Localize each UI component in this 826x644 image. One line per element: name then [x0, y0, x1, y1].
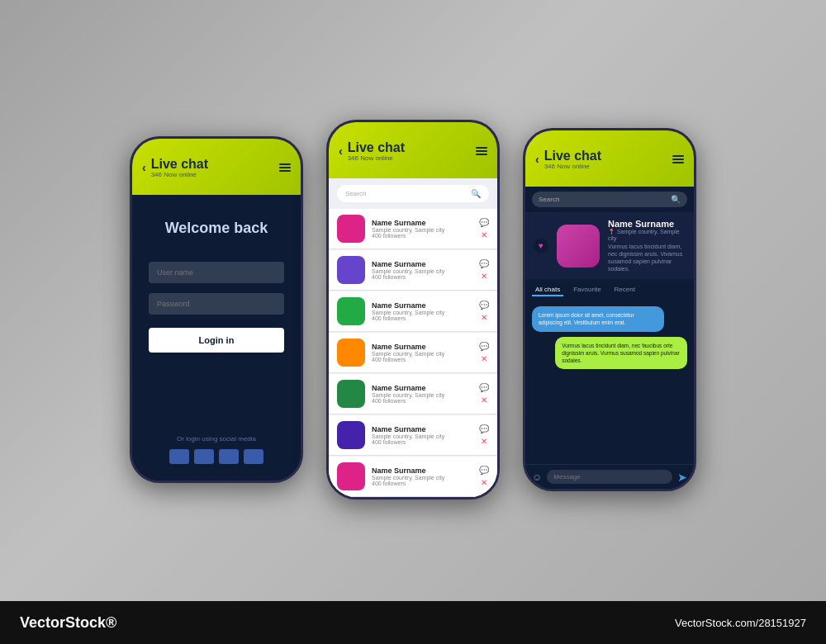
contact-name: Name Surname — [372, 260, 479, 268]
heart-icon[interactable]: ♥ — [534, 239, 548, 253]
contact-followers: 400 followers — [372, 274, 479, 280]
watermark-left: VectorStock® — [20, 614, 116, 632]
message-icon[interactable]: 💬 — [479, 466, 489, 475]
profile-name: Name Surname — [608, 219, 686, 229]
contact-name: Name Surname — [372, 466, 479, 475]
menu-line — [476, 150, 487, 152]
contact-name: Name Surname — [372, 384, 479, 392]
contact-actions: 💬 ✕ — [479, 342, 489, 363]
contact-name: Name Surname — [372, 425, 479, 433]
profile-search-bar[interactable]: Search 🔍 — [532, 192, 687, 207]
profile-avatar — [557, 225, 600, 268]
close-icon[interactable]: ✕ — [481, 478, 487, 487]
chat-list-item[interactable]: Name Surname Sample country, Sample city… — [329, 250, 497, 291]
contact-info: Name Surname Sample country, Sample city… — [372, 466, 479, 486]
password-input[interactable] — [149, 293, 284, 315]
header-left-3: ‹ Live chat 346 Now online — [535, 149, 601, 171]
social-icon-2[interactable] — [194, 449, 214, 464]
menu-line — [672, 159, 684, 160]
chat-list-item[interactable]: Name Surname Sample country, Sample city… — [329, 415, 497, 456]
chat-tab[interactable]: All chats — [532, 284, 563, 296]
contact-meta: Sample country, Sample city — [372, 310, 479, 315]
close-icon[interactable]: ✕ — [481, 437, 487, 446]
location-icon: 📍 — [608, 229, 615, 234]
phone2-header: ‹ Live chat 346 Now online — [329, 122, 497, 178]
messages-area: Lorem ipsum dolor sit amet, consectetur … — [525, 301, 694, 464]
contact-info: Name Surname Sample country, Sample city… — [372, 384, 479, 404]
message-bubble: Vurmus lacus tincidunt diam, nec faucibu… — [555, 337, 687, 369]
username-input[interactable] — [149, 262, 284, 283]
chat-tab[interactable]: Favourite — [570, 284, 604, 296]
message-input[interactable] — [547, 470, 672, 484]
profile-desc: Vurmus lacus tincidunt diam, nec digniss… — [608, 243, 686, 272]
search-icon[interactable]: 🔍 — [471, 189, 481, 198]
profile-search-icon[interactable]: 🔍 — [671, 195, 681, 204]
chat-tab[interactable]: Recent — [611, 284, 638, 296]
contact-meta: Sample country, Sample city — [372, 392, 479, 398]
back-icon-3[interactable]: ‹ — [535, 153, 539, 166]
watermark-bar: VectorStock® VectorStock.com/28151927 — [0, 601, 826, 644]
message-icon[interactable]: 💬 — [479, 383, 489, 392]
contact-info: Name Surname Sample country, Sample city… — [372, 343, 479, 362]
menu-icon-2[interactable] — [476, 147, 487, 155]
message-icon[interactable]: 💬 — [479, 259, 489, 268]
phone3-title: Live chat — [544, 149, 601, 163]
back-icon-1[interactable]: ‹ — [142, 161, 146, 174]
menu-icon-3[interactable] — [672, 155, 684, 163]
message-icon[interactable]: 💬 — [479, 342, 489, 351]
close-icon[interactable]: ✕ — [481, 354, 487, 363]
message-icon[interactable]: 💬 — [479, 424, 489, 433]
close-icon[interactable]: ✕ — [481, 313, 487, 322]
header-title-block-2: Live chat 346 Now online — [348, 140, 405, 163]
tabs-row: All chatsFavouriteRecent — [525, 279, 694, 301]
phone-chat-list: ‹ Live chat 346 Now online Search 🔍 Name… — [326, 120, 500, 500]
contact-avatar — [337, 297, 365, 325]
chat-list-item[interactable]: Name Surname Sample country, Sample city… — [329, 374, 497, 414]
social-icon-4[interactable] — [244, 449, 263, 464]
social-icons — [169, 449, 263, 464]
menu-line — [279, 163, 291, 165]
welcome-text: Welcome back — [165, 220, 268, 237]
login-button[interactable]: Login in — [149, 328, 284, 353]
login-body: Welcome back Login in Or login using soc… — [132, 195, 301, 481]
chat-list-item[interactable]: Name Surname Sample country, Sample city… — [329, 333, 497, 373]
message-input-row: ☺ ➤ — [525, 464, 694, 489]
social-icon-1[interactable] — [169, 449, 189, 464]
contact-followers: 400 followers — [372, 233, 479, 239]
message-icon[interactable]: 💬 — [479, 218, 489, 227]
contact-avatar — [337, 215, 365, 243]
contact-followers: 400 followers — [372, 315, 479, 321]
search-bar[interactable]: Search 🔍 — [337, 185, 489, 202]
header-left-2: ‹ Live chat 346 Now online — [339, 140, 405, 163]
close-icon[interactable]: ✕ — [481, 230, 487, 239]
contact-meta: Sample country, Sample city — [372, 351, 479, 357]
social-login-text: Or login using social media — [169, 435, 263, 443]
header-title-block-3: Live chat 346 Now online — [544, 149, 601, 171]
phone1-header: ‹ Live chat 346 Now online — [132, 139, 301, 195]
watermark-right: VectorStock.com/28151927 — [675, 617, 806, 629]
contact-actions: 💬 ✕ — [479, 218, 489, 239]
chat-list-item[interactable]: Name Surname Sample country, Sample city… — [329, 291, 497, 332]
contact-name: Name Surname — [372, 219, 479, 227]
back-icon-2[interactable]: ‹ — [339, 144, 343, 158]
close-icon[interactable]: ✕ — [481, 272, 487, 281]
chat-list-item[interactable]: Name Surname Sample country, Sample city… — [329, 457, 497, 497]
menu-line — [279, 167, 291, 168]
contact-info: Name Surname Sample country, Sample city… — [372, 260, 479, 280]
menu-icon-1[interactable] — [279, 163, 291, 172]
phone-chat-detail: ‹ Live chat 346 Now online Search 🔍 ♥ — [523, 128, 696, 491]
contact-info: Name Surname Sample country, Sample city… — [372, 301, 479, 321]
emoji-icon[interactable]: ☺ — [532, 471, 542, 483]
close-icon[interactable]: ✕ — [481, 395, 487, 405]
phone2-subtitle: 346 Now online — [348, 154, 405, 162]
contact-info: Name Surname Sample country, Sample city… — [372, 219, 479, 239]
chat-list-item[interactable]: Name Surname Sample country, Sample city… — [329, 209, 497, 249]
contact-meta: Sample country, Sample city — [372, 475, 479, 481]
phone3-header: ‹ Live chat 346 Now online — [525, 130, 694, 187]
menu-line — [279, 170, 291, 172]
message-icon[interactable]: 💬 — [479, 301, 489, 310]
contact-meta: Sample country, Sample city — [372, 433, 479, 439]
social-icon-3[interactable] — [219, 449, 239, 464]
menu-line — [672, 155, 684, 157]
send-button[interactable]: ➤ — [677, 471, 687, 484]
